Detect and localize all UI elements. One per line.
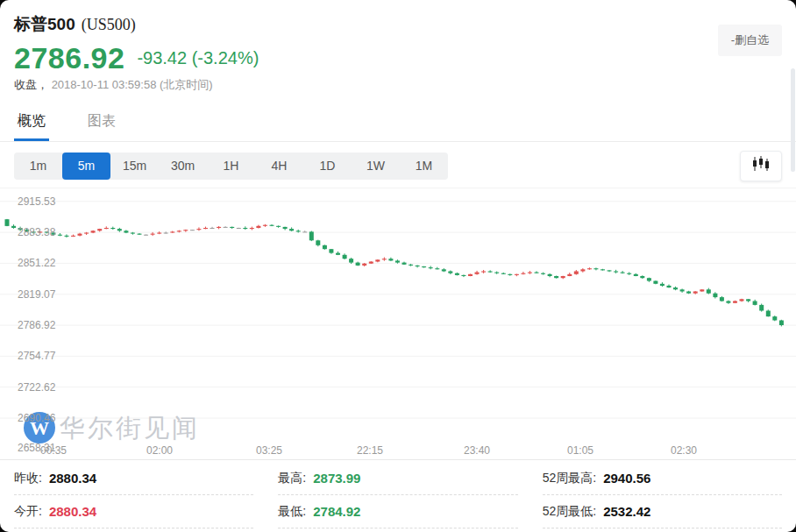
svg-text:2722.62: 2722.62 (18, 381, 56, 394)
stat-open: 今开:2880.34 (14, 495, 253, 528)
svg-text:2915.53: 2915.53 (18, 195, 56, 208)
tab-bar: 概览 图表 (0, 103, 796, 142)
stats-grid: 昨收:2880.34今开:2880.34最高:2873.99最低:2784.92… (0, 459, 796, 532)
tab-chart[interactable]: 图表 (84, 112, 119, 141)
stat-low: 最低:2784.92 (278, 495, 517, 528)
stat-prev-close-label: 昨收: (14, 471, 42, 486)
market-status: 收盘， (14, 78, 48, 91)
candlestick-icon (751, 156, 771, 175)
svg-text:02:00: 02:00 (146, 444, 173, 457)
interval-row: 1m5m15m30m1H4H1D1W1M (0, 142, 796, 188)
svg-text:02:30: 02:30 (671, 444, 697, 457)
svg-text:2883.38: 2883.38 (18, 226, 56, 238)
interval-1W[interactable]: 1W (352, 153, 400, 180)
svg-text:2851.22: 2851.22 (18, 257, 56, 269)
quote-card: 标普500 (US500) -删自选 2786.92 -93.42 (-3.24… (0, 0, 796, 532)
stat-low-value: 2784.92 (313, 504, 360, 519)
interval-4H[interactable]: 4H (255, 153, 303, 180)
stat-52w-low-value: 2532.42 (603, 504, 650, 519)
svg-text:2754.77: 2754.77 (18, 350, 56, 362)
stat-open-label: 今开: (14, 504, 42, 520)
quote-timezone: (北京时间) (160, 78, 213, 91)
remove-watchlist-button[interactable]: -删自选 (718, 25, 782, 56)
tab-overview[interactable]: 概览 (14, 112, 49, 141)
quote-header: 标普500 (US500) -删自选 2786.92 -93.42 (-3.24… (0, 0, 796, 103)
stat-open-value: 2880.34 (49, 504, 96, 519)
interval-1m[interactable]: 1m (14, 153, 62, 180)
stat-prev-close: 昨收:2880.34 (14, 462, 253, 495)
title-row: 标普500 (US500) (14, 12, 782, 37)
instrument-name: 标普500 (14, 13, 75, 36)
interval-1M[interactable]: 1M (400, 153, 448, 180)
svg-text:00:35: 00:35 (40, 444, 67, 457)
stat-52w-high: 52周最高:2940.56 (543, 462, 782, 495)
interval-5m[interactable]: 5m (62, 153, 110, 180)
stat-52w-high-label: 52周最高: (543, 471, 596, 486)
quote-meta: 收盘， 2018-10-11 03:59:58 (北京时间) (14, 77, 782, 93)
stat-52w-low: 52周最低:2532.42 (543, 495, 782, 528)
price-change: -93.42 (-3.24%) (137, 48, 259, 68)
interval-30m[interactable]: 30m (159, 153, 207, 180)
interval-1H[interactable]: 1H (207, 153, 255, 180)
svg-text:22:15: 22:15 (357, 444, 383, 457)
interval-15m[interactable]: 15m (110, 153, 159, 180)
chart-type-button[interactable] (740, 151, 782, 181)
stat-low-label: 最低: (278, 504, 306, 520)
interval-button-group: 1m5m15m30m1H4H1D1W1M (14, 153, 448, 180)
scrollbar-thumb[interactable] (791, 68, 795, 172)
stat-52w-high-value: 2940.56 (603, 471, 650, 486)
instrument-symbol: (US500) (82, 16, 136, 34)
svg-text:2819.07: 2819.07 (18, 288, 56, 301)
stat-52w-low-label: 52周最低: (543, 504, 596, 520)
quote-datetime: 2018-10-11 03:59:58 (52, 78, 157, 91)
svg-text:华尔街见闻: 华尔街见闻 (60, 414, 200, 442)
svg-text:2786.92: 2786.92 (18, 319, 56, 331)
candlestick-chart: W华尔街见闻2915.532883.382851.222819.072786.9… (0, 188, 796, 460)
svg-text:2690.46: 2690.46 (18, 412, 56, 424)
last-price: 2786.92 (14, 41, 124, 75)
price-row: 2786.92 -93.42 (-3.24%) (14, 39, 782, 77)
stat-high-value: 2873.99 (313, 471, 360, 486)
svg-text:03:25: 03:25 (256, 444, 282, 457)
chart-section: W华尔街见闻2915.532883.382851.222819.072786.9… (0, 188, 796, 459)
svg-text:01:05: 01:05 (567, 444, 593, 457)
interval-1D[interactable]: 1D (303, 153, 352, 180)
stat-high-label: 最高: (278, 471, 306, 486)
stat-prev-close-value: 2880.34 (49, 471, 96, 486)
stat-high: 最高:2873.99 (278, 462, 517, 495)
svg-text:23:40: 23:40 (464, 444, 490, 457)
